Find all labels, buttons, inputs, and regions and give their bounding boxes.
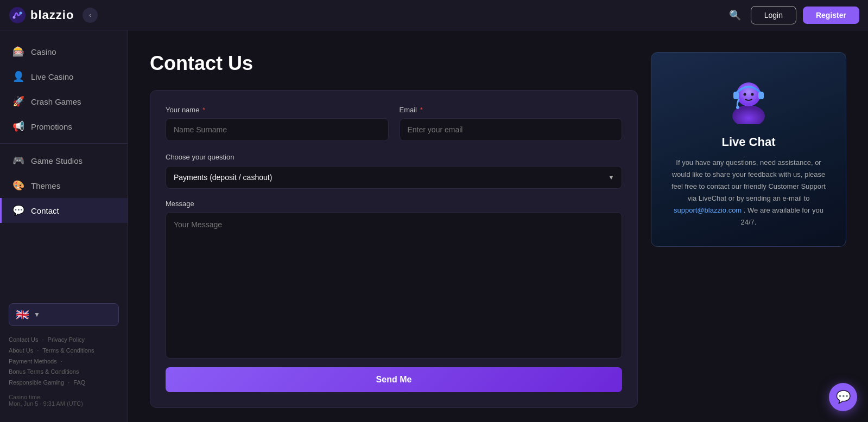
question-select[interactable]: Payments (deposit / cashout) Account iss… — [166, 166, 622, 189]
live-chat-panel: Live Chat If you have any questions, nee… — [651, 52, 846, 247]
casino-icon: 🎰 — [12, 46, 24, 57]
live-chat-suffix: . We are available for you 24/7. — [741, 206, 823, 226]
sidebar-label-crash-games: Crash Games — [31, 97, 81, 106]
layout: 🎰 Casino 👤 Live Casino 🚀 Crash Games 📢 P… — [0, 30, 868, 422]
sidebar-item-promotions[interactable]: 📢 Promotions — [0, 114, 128, 139]
register-button[interactable]: Register — [803, 7, 859, 24]
chevron-down-icon: ▼ — [34, 311, 40, 318]
contact-us-link[interactable]: Contact Us — [9, 336, 38, 343]
sidebar: 🎰 Casino 👤 Live Casino 🚀 Crash Games 📢 P… — [0, 30, 128, 422]
svg-point-2 — [20, 11, 22, 14]
payment-methods-link[interactable]: Payment Methods — [9, 358, 57, 365]
sidebar-item-contact[interactable]: 💬 Contact — [0, 198, 128, 223]
sidebar-item-themes[interactable]: 🎨 Themes — [0, 173, 128, 198]
sidebar-label-live-casino: Live Casino — [31, 72, 73, 81]
name-required: * — [202, 106, 205, 114]
svg-point-9 — [751, 93, 754, 96]
message-label: Message — [166, 200, 622, 208]
sidebar-item-casino[interactable]: 🎰 Casino — [0, 39, 128, 64]
casino-time-value: Mon, Jun 5 · 9:31 AM (UTC) — [9, 400, 119, 407]
search-button[interactable]: 🔍 — [726, 6, 744, 24]
themes-icon: 🎨 — [12, 180, 24, 191]
responsible-gaming-link[interactable]: Responsible Gaming — [9, 379, 64, 386]
sidebar-label-casino: Casino — [31, 47, 56, 56]
svg-point-8 — [744, 93, 746, 96]
live-chat-float-button[interactable]: 💬 — [829, 383, 857, 411]
game-studios-icon: 🎮 — [12, 155, 24, 167]
name-input[interactable] — [166, 118, 389, 141]
question-group: Choose your question Payments (deposit /… — [166, 152, 622, 189]
send-button[interactable]: Send Me — [166, 367, 622, 392]
sidebar-item-crash-games[interactable]: 🚀 Crash Games — [0, 89, 128, 114]
sidebar-label-contact: Contact — [31, 206, 59, 215]
support-email-link[interactable]: support@blazzio.com — [674, 206, 742, 214]
svg-rect-5 — [733, 92, 739, 99]
sidebar-label-game-studios: Game Studios — [31, 156, 83, 165]
question-select-wrapper: Payments (deposit / cashout) Account iss… — [166, 166, 622, 189]
sidebar-bottom: 🇬🇧 ▼ Contact Us · Privacy Policy About U… — [0, 297, 128, 413]
logo: blazzio — [9, 7, 74, 24]
sidebar-label-promotions: Promotions — [31, 122, 72, 131]
live-casino-icon: 👤 — [12, 71, 24, 82]
message-textarea[interactable] — [166, 212, 622, 359]
name-label: Your name * — [166, 106, 389, 114]
email-required: * — [420, 106, 423, 114]
header: blazzio ‹ 🔍 Login Register — [0, 0, 868, 30]
live-chat-description: If you have any questions, need assistan… — [667, 157, 831, 229]
name-email-row: Your name * Email * — [166, 106, 622, 141]
email-input[interactable] — [400, 118, 623, 141]
live-chat-desc-text: If you have any questions, need assistan… — [671, 158, 826, 202]
logo-text: blazzio — [30, 8, 74, 22]
agent-avatar — [721, 70, 776, 124]
live-chat-title: Live Chat — [721, 135, 775, 149]
name-group: Your name * — [166, 106, 389, 141]
terms-conditions-link[interactable]: Terms & Conditions — [42, 347, 94, 354]
svg-point-1 — [13, 16, 16, 18]
contact-form-card: Your name * Email * Choose your — [150, 90, 638, 408]
flag-icon: 🇬🇧 — [16, 308, 29, 321]
casino-time-label: Casino time: — [9, 394, 119, 400]
message-group: Message — [166, 200, 622, 359]
privacy-policy-link[interactable]: Privacy Policy — [48, 336, 85, 343]
login-button[interactable]: Login — [751, 6, 796, 24]
sidebar-toggle-button[interactable]: ‹ — [83, 8, 98, 23]
sidebar-nav: 🎰 Casino 👤 Live Casino 🚀 Crash Games 📢 P… — [0, 39, 128, 223]
casino-time: Casino time: Mon, Jun 5 · 9:31 AM (UTC) — [9, 394, 119, 407]
page-title: Contact Us — [150, 52, 638, 75]
bonus-terms-link[interactable]: Bonus Terms & Conditions — [9, 368, 79, 375]
avatar-svg — [721, 70, 776, 124]
contact-form-section: Contact Us Your name * Email * — [150, 52, 638, 411]
crash-games-icon: 🚀 — [12, 95, 24, 107]
sidebar-label-themes: Themes — [31, 181, 60, 190]
language-selector[interactable]: 🇬🇧 ▼ — [9, 303, 119, 326]
contact-icon: 💬 — [12, 204, 24, 216]
logo-icon — [9, 7, 26, 24]
promotions-icon: 📢 — [12, 120, 24, 132]
question-label: Choose your question — [166, 153, 234, 161]
sidebar-item-live-casino[interactable]: 👤 Live Casino — [0, 64, 128, 89]
email-label: Email * — [400, 106, 623, 114]
email-group: Email * — [400, 106, 623, 141]
faq-link[interactable]: FAQ — [73, 379, 85, 386]
svg-rect-6 — [758, 92, 764, 99]
header-left: blazzio ‹ — [9, 7, 98, 24]
nav-divider — [0, 143, 128, 144]
about-us-link[interactable]: About Us — [9, 347, 33, 354]
header-right: 🔍 Login Register — [726, 6, 859, 24]
sidebar-item-game-studios[interactable]: 🎮 Game Studios — [0, 148, 128, 173]
svg-point-7 — [736, 106, 739, 109]
footer-links: Contact Us · Privacy Policy About Us · T… — [9, 335, 119, 388]
main-content: Contact Us Your name * Email * — [128, 30, 868, 422]
